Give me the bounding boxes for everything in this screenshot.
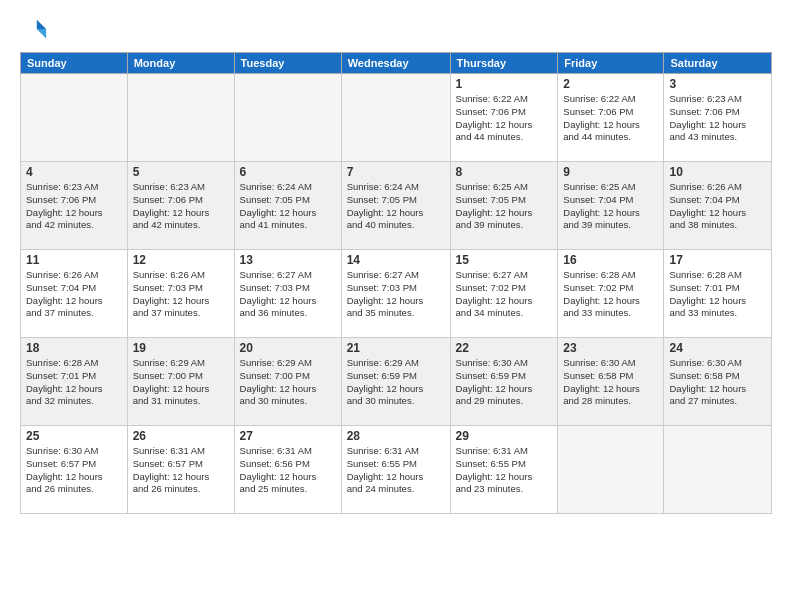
day-cell: 20Sunrise: 6:29 AM Sunset: 7:00 PM Dayli… xyxy=(234,338,341,426)
header-cell-friday: Friday xyxy=(558,53,664,74)
day-cell: 23Sunrise: 6:30 AM Sunset: 6:58 PM Dayli… xyxy=(558,338,664,426)
day-number: 8 xyxy=(456,165,553,179)
header-cell-saturday: Saturday xyxy=(664,53,772,74)
day-cell: 22Sunrise: 6:30 AM Sunset: 6:59 PM Dayli… xyxy=(450,338,558,426)
day-number: 6 xyxy=(240,165,336,179)
header-cell-sunday: Sunday xyxy=(21,53,128,74)
day-info: Sunrise: 6:22 AM Sunset: 7:06 PM Dayligh… xyxy=(563,93,658,144)
day-info: Sunrise: 6:29 AM Sunset: 7:00 PM Dayligh… xyxy=(133,357,229,408)
day-number: 13 xyxy=(240,253,336,267)
header-cell-thursday: Thursday xyxy=(450,53,558,74)
day-number: 16 xyxy=(563,253,658,267)
day-number: 2 xyxy=(563,77,658,91)
day-info: Sunrise: 6:31 AM Sunset: 6:55 PM Dayligh… xyxy=(456,445,553,496)
day-number: 22 xyxy=(456,341,553,355)
day-info: Sunrise: 6:22 AM Sunset: 7:06 PM Dayligh… xyxy=(456,93,553,144)
day-cell: 29Sunrise: 6:31 AM Sunset: 6:55 PM Dayli… xyxy=(450,426,558,514)
day-cell xyxy=(234,74,341,162)
day-cell xyxy=(558,426,664,514)
day-cell: 24Sunrise: 6:30 AM Sunset: 6:58 PM Dayli… xyxy=(664,338,772,426)
week-row-4: 18Sunrise: 6:28 AM Sunset: 7:01 PM Dayli… xyxy=(21,338,772,426)
day-cell: 8Sunrise: 6:25 AM Sunset: 7:05 PM Daylig… xyxy=(450,162,558,250)
week-row-2: 4Sunrise: 6:23 AM Sunset: 7:06 PM Daylig… xyxy=(21,162,772,250)
day-info: Sunrise: 6:29 AM Sunset: 7:00 PM Dayligh… xyxy=(240,357,336,408)
day-cell: 3Sunrise: 6:23 AM Sunset: 7:06 PM Daylig… xyxy=(664,74,772,162)
week-row-5: 25Sunrise: 6:30 AM Sunset: 6:57 PM Dayli… xyxy=(21,426,772,514)
day-info: Sunrise: 6:26 AM Sunset: 7:03 PM Dayligh… xyxy=(133,269,229,320)
day-cell: 28Sunrise: 6:31 AM Sunset: 6:55 PM Dayli… xyxy=(341,426,450,514)
day-cell xyxy=(664,426,772,514)
day-number: 11 xyxy=(26,253,122,267)
day-number: 26 xyxy=(133,429,229,443)
day-info: Sunrise: 6:27 AM Sunset: 7:03 PM Dayligh… xyxy=(347,269,445,320)
day-cell: 2Sunrise: 6:22 AM Sunset: 7:06 PM Daylig… xyxy=(558,74,664,162)
day-cell: 25Sunrise: 6:30 AM Sunset: 6:57 PM Dayli… xyxy=(21,426,128,514)
day-cell xyxy=(21,74,128,162)
header-cell-wednesday: Wednesday xyxy=(341,53,450,74)
day-cell: 17Sunrise: 6:28 AM Sunset: 7:01 PM Dayli… xyxy=(664,250,772,338)
logo-icon xyxy=(20,16,48,44)
day-cell: 16Sunrise: 6:28 AM Sunset: 7:02 PM Dayli… xyxy=(558,250,664,338)
day-number: 12 xyxy=(133,253,229,267)
day-cell: 5Sunrise: 6:23 AM Sunset: 7:06 PM Daylig… xyxy=(127,162,234,250)
calendar-header-row: SundayMondayTuesdayWednesdayThursdayFrid… xyxy=(21,53,772,74)
day-cell: 18Sunrise: 6:28 AM Sunset: 7:01 PM Dayli… xyxy=(21,338,128,426)
day-info: Sunrise: 6:23 AM Sunset: 7:06 PM Dayligh… xyxy=(26,181,122,232)
day-cell: 10Sunrise: 6:26 AM Sunset: 7:04 PM Dayli… xyxy=(664,162,772,250)
day-number: 28 xyxy=(347,429,445,443)
day-number: 25 xyxy=(26,429,122,443)
day-info: Sunrise: 6:30 AM Sunset: 6:57 PM Dayligh… xyxy=(26,445,122,496)
day-cell: 1Sunrise: 6:22 AM Sunset: 7:06 PM Daylig… xyxy=(450,74,558,162)
day-number: 5 xyxy=(133,165,229,179)
day-cell: 14Sunrise: 6:27 AM Sunset: 7:03 PM Dayli… xyxy=(341,250,450,338)
week-row-1: 1Sunrise: 6:22 AM Sunset: 7:06 PM Daylig… xyxy=(21,74,772,162)
day-info: Sunrise: 6:23 AM Sunset: 7:06 PM Dayligh… xyxy=(133,181,229,232)
day-info: Sunrise: 6:31 AM Sunset: 6:56 PM Dayligh… xyxy=(240,445,336,496)
day-info: Sunrise: 6:30 AM Sunset: 6:59 PM Dayligh… xyxy=(456,357,553,408)
day-info: Sunrise: 6:26 AM Sunset: 7:04 PM Dayligh… xyxy=(26,269,122,320)
day-cell: 7Sunrise: 6:24 AM Sunset: 7:05 PM Daylig… xyxy=(341,162,450,250)
day-cell: 6Sunrise: 6:24 AM Sunset: 7:05 PM Daylig… xyxy=(234,162,341,250)
day-cell: 4Sunrise: 6:23 AM Sunset: 7:06 PM Daylig… xyxy=(21,162,128,250)
day-cell: 11Sunrise: 6:26 AM Sunset: 7:04 PM Dayli… xyxy=(21,250,128,338)
day-number: 14 xyxy=(347,253,445,267)
week-row-3: 11Sunrise: 6:26 AM Sunset: 7:04 PM Dayli… xyxy=(21,250,772,338)
day-info: Sunrise: 6:30 AM Sunset: 6:58 PM Dayligh… xyxy=(669,357,766,408)
page: SundayMondayTuesdayWednesdayThursdayFrid… xyxy=(0,0,792,612)
day-number: 9 xyxy=(563,165,658,179)
day-info: Sunrise: 6:27 AM Sunset: 7:02 PM Dayligh… xyxy=(456,269,553,320)
svg-marker-0 xyxy=(37,20,46,29)
day-number: 10 xyxy=(669,165,766,179)
day-info: Sunrise: 6:23 AM Sunset: 7:06 PM Dayligh… xyxy=(669,93,766,144)
day-info: Sunrise: 6:24 AM Sunset: 7:05 PM Dayligh… xyxy=(240,181,336,232)
day-number: 27 xyxy=(240,429,336,443)
calendar: SundayMondayTuesdayWednesdayThursdayFrid… xyxy=(20,52,772,514)
day-info: Sunrise: 6:28 AM Sunset: 7:01 PM Dayligh… xyxy=(669,269,766,320)
day-number: 7 xyxy=(347,165,445,179)
day-info: Sunrise: 6:25 AM Sunset: 7:04 PM Dayligh… xyxy=(563,181,658,232)
day-info: Sunrise: 6:31 AM Sunset: 6:57 PM Dayligh… xyxy=(133,445,229,496)
day-cell: 9Sunrise: 6:25 AM Sunset: 7:04 PM Daylig… xyxy=(558,162,664,250)
day-number: 17 xyxy=(669,253,766,267)
day-number: 20 xyxy=(240,341,336,355)
day-info: Sunrise: 6:31 AM Sunset: 6:55 PM Dayligh… xyxy=(347,445,445,496)
day-cell xyxy=(127,74,234,162)
day-number: 15 xyxy=(456,253,553,267)
day-number: 18 xyxy=(26,341,122,355)
day-info: Sunrise: 6:26 AM Sunset: 7:04 PM Dayligh… xyxy=(669,181,766,232)
day-number: 29 xyxy=(456,429,553,443)
day-cell xyxy=(341,74,450,162)
day-number: 23 xyxy=(563,341,658,355)
day-number: 19 xyxy=(133,341,229,355)
day-info: Sunrise: 6:24 AM Sunset: 7:05 PM Dayligh… xyxy=(347,181,445,232)
day-cell: 19Sunrise: 6:29 AM Sunset: 7:00 PM Dayli… xyxy=(127,338,234,426)
logo xyxy=(20,16,52,44)
header-cell-monday: Monday xyxy=(127,53,234,74)
day-cell: 13Sunrise: 6:27 AM Sunset: 7:03 PM Dayli… xyxy=(234,250,341,338)
day-cell: 27Sunrise: 6:31 AM Sunset: 6:56 PM Dayli… xyxy=(234,426,341,514)
day-info: Sunrise: 6:28 AM Sunset: 7:02 PM Dayligh… xyxy=(563,269,658,320)
day-info: Sunrise: 6:30 AM Sunset: 6:58 PM Dayligh… xyxy=(563,357,658,408)
day-info: Sunrise: 6:27 AM Sunset: 7:03 PM Dayligh… xyxy=(240,269,336,320)
day-number: 21 xyxy=(347,341,445,355)
day-number: 3 xyxy=(669,77,766,91)
